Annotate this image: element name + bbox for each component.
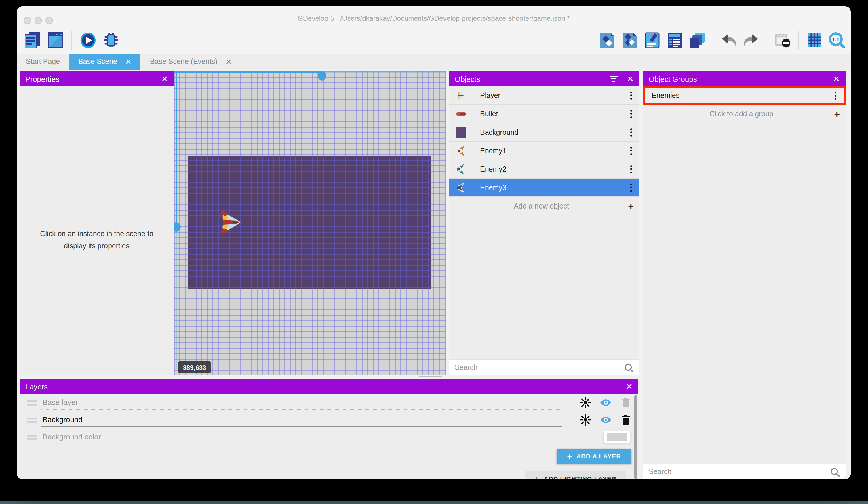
- object-groups-icon[interactable]: [622, 31, 638, 49]
- layer-visibility-eye-icon[interactable]: [599, 414, 612, 426]
- minimize-window-button[interactable]: [34, 17, 42, 24]
- close-tab-icon[interactable]: ✕: [125, 57, 132, 66]
- object-name: Enemy3: [480, 183, 627, 192]
- object-row-enemy3[interactable]: Enemy3: [449, 179, 640, 197]
- close-tab-icon[interactable]: ✕: [226, 57, 232, 66]
- preview-play-icon[interactable]: [80, 31, 96, 49]
- titlebar: GDevelop 5 - /Users/dkarakay/Documents/G…: [17, 6, 851, 27]
- groups-search-input[interactable]: [649, 468, 830, 476]
- object-row-bullet[interactable]: Bullet: [449, 105, 640, 123]
- window-title: GDevelop 5 - /Users/dkarakay/Documents/G…: [298, 14, 570, 22]
- group-row-enemies[interactable]: Enemies: [643, 87, 846, 105]
- add-lighting-layer-label: ADD LIGHTING LAYER: [544, 475, 616, 479]
- layers-icon[interactable]: [689, 31, 705, 49]
- close-icon[interactable]: ✕: [833, 75, 840, 83]
- filter-icon[interactable]: [610, 76, 618, 82]
- gdevelop-window: GDevelop 5 - /Users/dkarakay/Documents/G…: [17, 6, 851, 479]
- layer-delete-trash-icon[interactable]: [619, 396, 632, 409]
- plus-icon: +: [535, 474, 540, 479]
- layer-name-input[interactable]: [41, 431, 562, 444]
- zoom-window-button[interactable]: [45, 17, 53, 24]
- layer-row-background-color[interactable]: [20, 429, 638, 446]
- bullet-object-icon: [455, 108, 467, 120]
- enemy2-object-icon: [455, 163, 467, 175]
- tab-base-scene[interactable]: Base Scene ✕: [69, 53, 141, 70]
- close-icon[interactable]: ✕: [626, 382, 633, 391]
- add-layer-label: ADD A LAYER: [576, 453, 621, 460]
- layer-row-background[interactable]: [20, 411, 638, 429]
- editor-content: Properties ✕ Click on an instance in the…: [17, 70, 851, 479]
- background-object-icon: [455, 126, 467, 139]
- project-manager-icon[interactable]: [24, 31, 40, 49]
- background-color-swatch[interactable]: [603, 431, 631, 444]
- layer-visibility-eye-icon[interactable]: [599, 396, 612, 409]
- plus-icon: +: [628, 201, 634, 211]
- object-menu-icon[interactable]: [627, 183, 635, 192]
- canvas-vscroll-fill: [176, 71, 177, 232]
- enemy3-object-icon: [455, 181, 467, 194]
- object-row-enemy2[interactable]: Enemy2: [449, 160, 640, 179]
- objects-search-bar: [449, 360, 640, 375]
- object-menu-icon[interactable]: [627, 91, 635, 99]
- canvas-hscroll-thumb[interactable]: [318, 71, 327, 81]
- layer-name-input[interactable]: [41, 396, 562, 409]
- add-layer-button[interactable]: + ADD A LAYER: [557, 449, 631, 464]
- layer-name-input[interactable]: [41, 413, 562, 426]
- tab-start-page[interactable]: Start Page: [17, 53, 69, 70]
- grid-icon[interactable]: [806, 31, 823, 49]
- editor-tabbar: Start Page Base Scene ✕ Base Scene (Even…: [17, 53, 851, 70]
- object-row-enemy1[interactable]: Enemy1: [449, 142, 640, 160]
- add-lighting-layer-button[interactable]: + ADD LIGHTING LAYER: [525, 471, 626, 479]
- windows-icon[interactable]: [47, 31, 63, 49]
- panel-resize-handle[interactable]: [419, 375, 442, 377]
- properties-panel-title: Properties: [25, 74, 162, 83]
- instances-list-icon[interactable]: [666, 31, 683, 49]
- add-object-button[interactable]: Add a new object +: [449, 197, 640, 215]
- objects-panel: Objects ✕ Player: [449, 71, 640, 375]
- add-group-button[interactable]: Click to add a group +: [643, 105, 846, 123]
- objects-search-input[interactable]: [455, 363, 624, 372]
- tab-base-scene-events[interactable]: Base Scene (Events) ✕: [141, 53, 241, 70]
- object-name: Bullet: [480, 110, 627, 118]
- object-name: Background: [480, 128, 627, 136]
- desktop-edge: [0, 501, 868, 504]
- add-object-label: Add a new object: [455, 202, 628, 210]
- drag-handle-icon[interactable]: [27, 417, 38, 423]
- toolbar-separator: [71, 30, 72, 50]
- plus-icon: +: [567, 451, 572, 461]
- object-menu-icon[interactable]: [627, 147, 635, 155]
- drag-handle-icon[interactable]: [27, 400, 38, 405]
- object-menu-icon[interactable]: [627, 128, 635, 136]
- groups-search-bar: [643, 464, 846, 479]
- close-icon[interactable]: ✕: [162, 75, 168, 83]
- object-menu-icon[interactable]: [627, 165, 635, 173]
- toggle-instances-mask-icon[interactable]: [775, 31, 791, 49]
- layer-effects-icon[interactable]: [579, 414, 592, 426]
- objects-editor-icon[interactable]: [599, 31, 615, 49]
- zoom-original-icon[interactable]: 1:1: [829, 31, 845, 49]
- debug-icon[interactable]: [103, 31, 119, 49]
- close-icon[interactable]: ✕: [627, 75, 634, 83]
- layer-effects-icon[interactable]: [579, 396, 592, 409]
- close-window-button[interactable]: [24, 17, 31, 24]
- object-row-background[interactable]: Background: [449, 123, 640, 142]
- layers-scrollbar[interactable]: [634, 395, 637, 479]
- object-row-player[interactable]: Player: [449, 87, 640, 105]
- canvas-vscroll-thumb[interactable]: [174, 222, 181, 232]
- object-groups-panel: Object Groups ✕ Enemies Click to add a g…: [643, 71, 846, 479]
- player-ship-instance[interactable]: [219, 209, 242, 235]
- canvas-hscroll-fill: [174, 71, 322, 73]
- undo-icon[interactable]: [721, 31, 737, 49]
- properties-icon[interactable]: [644, 31, 660, 49]
- redo-icon[interactable]: [743, 31, 759, 49]
- layer-delete-trash-icon[interactable]: [619, 414, 632, 426]
- tab-label: Start Page: [26, 58, 60, 65]
- tab-label: Base Scene (Events): [150, 58, 218, 65]
- object-menu-icon[interactable]: [627, 110, 635, 118]
- group-menu-icon[interactable]: [831, 92, 839, 100]
- layer-row-base[interactable]: [20, 394, 638, 411]
- scene-canvas[interactable]: 389;633: [174, 71, 446, 375]
- drag-handle-icon[interactable]: [27, 435, 38, 440]
- properties-panel: Properties ✕ Click on an instance in the…: [20, 71, 174, 375]
- group-name: Enemies: [652, 92, 831, 100]
